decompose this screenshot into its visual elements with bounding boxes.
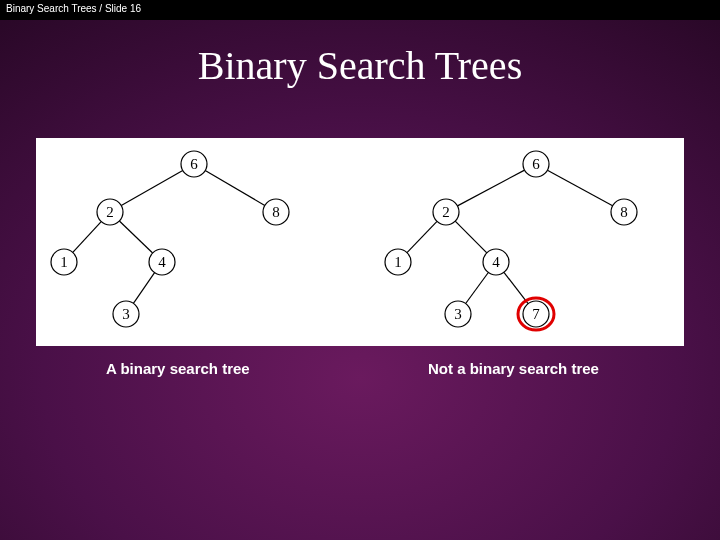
slide: Binary Search Trees / Slide 16 Binary Se… [0,0,720,540]
slide-title: Binary Search Trees [0,42,720,89]
tree-node-label: 4 [492,254,500,270]
tree-node-label: 3 [122,306,130,322]
tree-node-label: 8 [620,204,628,220]
tree-node-label: 6 [532,156,540,172]
caption-left: A binary search tree [106,360,250,377]
tree-node-label: 3 [454,306,462,322]
caption-right: Not a binary search tree [428,360,599,377]
tree-edge [73,222,101,253]
tree-edge [407,221,437,252]
tree-edge [455,221,487,253]
breadcrumb-bar: Binary Search Trees / Slide 16 [0,0,720,20]
tree-node-label: 1 [60,254,68,270]
tree-node-label: 8 [272,204,280,220]
tree-node-label: 2 [442,204,450,220]
tree-edge [547,170,612,206]
tree-edge [466,272,489,303]
tree-edge [205,171,265,206]
tree-node-label: 7 [532,306,540,322]
tree-node-label: 1 [394,254,402,270]
tree-edge [121,170,182,205]
tree-node-label: 6 [190,156,198,172]
tree-node-label: 4 [158,254,166,270]
tree-node-label: 2 [106,204,114,220]
trees-figure: 6281436281437 [36,138,684,346]
tree-edge [457,170,524,206]
tree-edge [119,221,152,253]
breadcrumb: Binary Search Trees / Slide 16 [6,3,141,14]
tree-edge [504,272,528,303]
tree-edge [133,273,154,304]
